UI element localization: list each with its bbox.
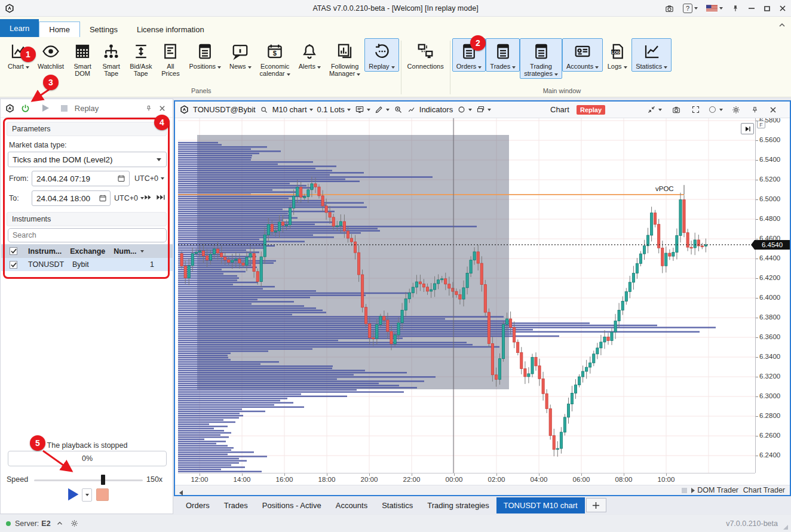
- skip-forward-icon[interactable]: [144, 193, 153, 201]
- ribbon-button-news[interactable]: News: [225, 38, 256, 72]
- workspace-tab-active[interactable]: TONUSDT M10 chart: [496, 497, 585, 513]
- playback-play-button[interactable]: [66, 487, 79, 502]
- scrollbar-thumb[interactable]: [682, 488, 687, 493]
- tab-settings[interactable]: Settings: [80, 21, 127, 37]
- to-timezone-select[interactable]: UTC+0: [114, 194, 144, 202]
- speed-slider-track[interactable]: [34, 479, 143, 481]
- ribbon-button-all-prices[interactable]: AllPrices: [156, 38, 185, 79]
- layout-button[interactable]: [476, 105, 491, 114]
- chart-plot-area[interactable]: vPOC: [178, 118, 755, 473]
- calendar-icon[interactable]: [117, 174, 125, 183]
- minimize-button[interactable]: [748, 5, 755, 12]
- chevron-down-icon: [694, 7, 698, 10]
- workspace-tab-trading-strategies[interactable]: Trading strategies: [420, 497, 496, 513]
- indicators-button[interactable]: Indicators: [407, 105, 453, 114]
- ribbon-button-watchlist[interactable]: Watchlist: [33, 38, 68, 72]
- row-checkbox[interactable]: [10, 261, 17, 269]
- ribbon-button-positions[interactable]: Positions: [185, 38, 225, 72]
- color-scheme-button[interactable]: [708, 105, 723, 114]
- chart-symbol[interactable]: TONUSDT@Bybit: [193, 105, 256, 114]
- col-exchange[interactable]: Exchange: [70, 247, 105, 256]
- instrument-search-input[interactable]: [8, 228, 167, 242]
- col-num[interactable]: Num...: [114, 247, 136, 256]
- playback-play-dropdown[interactable]: [82, 488, 92, 502]
- market-data-type-select[interactable]: Ticks and the DOM (Level2): [8, 152, 167, 167]
- fit-chart-button[interactable]: F: [757, 121, 765, 128]
- ribbon-button-following-manager[interactable]: FollowingManager: [325, 38, 364, 79]
- ribbon-collapse-icon[interactable]: [779, 23, 785, 27]
- skip-to-end-icon[interactable]: [156, 193, 166, 201]
- replay-mode-badge: Replay: [577, 105, 605, 115]
- help-menu[interactable]: ?: [683, 4, 698, 13]
- chart-horizontal-scrollbar[interactable]: DOM Trader Chart Trader: [175, 485, 790, 495]
- ribbon-button-trading-strategies[interactable]: Tradingstrategies: [520, 38, 562, 79]
- workspace-tab-statistics[interactable]: Statistics: [375, 497, 420, 513]
- ribbon-button-replay[interactable]: Replay: [364, 38, 398, 72]
- time-axis[interactable]: 12:0014:0016:0018:0020:0022:0000:0002:00…: [178, 473, 755, 485]
- scroll-right-icon[interactable]: [691, 488, 695, 493]
- tab-home[interactable]: Home: [39, 21, 80, 37]
- playback-stop-button[interactable]: [96, 488, 109, 501]
- timeframe-select[interactable]: M10 chart: [272, 105, 313, 114]
- dom-trader-link[interactable]: DOM Trader: [697, 486, 738, 494]
- pin-chart-icon[interactable]: [751, 106, 759, 114]
- price-axis[interactable]: 6.58006.56006.54006.52006.50006.48006.46…: [755, 118, 790, 473]
- pin-window-icon[interactable]: [731, 4, 740, 13]
- chart-screenshot-button[interactable]: [672, 106, 681, 114]
- tab-license-information[interactable]: License information: [127, 21, 214, 37]
- from-timezone-select[interactable]: UTC+0: [134, 174, 164, 183]
- replay-stop-button[interactable]: [60, 104, 68, 112]
- ribbon-button-accounts[interactable]: Accounts: [562, 38, 603, 72]
- search-icon[interactable]: [260, 106, 268, 114]
- close-chart-icon[interactable]: [769, 106, 777, 113]
- chart-trader-link[interactable]: Chart Trader: [743, 486, 785, 494]
- shrink-window-button[interactable]: [647, 105, 662, 114]
- workspace-tab-orders[interactable]: Orders: [179, 497, 217, 513]
- workspace-tab-accounts[interactable]: Accounts: [329, 497, 375, 513]
- replay-power-button[interactable]: [20, 103, 30, 113]
- dom-levels-button[interactable]: [355, 105, 370, 114]
- server-collapse-icon[interactable]: [57, 521, 63, 525]
- maximize-button[interactable]: [764, 5, 771, 12]
- ribbon-button-bid-ask-tape[interactable]: Bid/AskTape: [125, 38, 156, 79]
- price-chart[interactable]: vPOC: [178, 118, 755, 473]
- positions-icon: [195, 41, 215, 61]
- ribbon-button-connections[interactable]: Connections: [403, 38, 448, 72]
- fullscreen-button[interactable]: [691, 105, 700, 114]
- calendar-icon[interactable]: [99, 194, 107, 202]
- select-all-checkbox[interactable]: [10, 247, 17, 255]
- close-panel-icon[interactable]: [159, 105, 165, 112]
- ribbon-button-statistics[interactable]: Statistics: [631, 38, 672, 72]
- close-button[interactable]: [779, 5, 786, 12]
- speed-slider-handle[interactable]: [101, 475, 105, 485]
- resize-grip[interactable]: [783, 524, 789, 530]
- drawing-tools-button[interactable]: [375, 105, 390, 114]
- col-instrument[interactable]: Instrum...: [28, 247, 62, 256]
- workspace-tab-trades[interactable]: Trades: [217, 497, 255, 513]
- crosshair-button[interactable]: [457, 105, 472, 114]
- add-tab-button[interactable]: [586, 498, 606, 512]
- instruments-table-header[interactable]: Instrum... Exchange Num...: [1, 244, 173, 258]
- zoom-in-button[interactable]: [394, 105, 403, 114]
- language-selector[interactable]: [706, 5, 723, 12]
- replay-play-button[interactable]: [41, 104, 50, 112]
- server-value[interactable]: E2: [41, 519, 50, 528]
- ribbon-button-trades[interactable]: Trades: [486, 38, 520, 72]
- ribbon-button-label: Tradingstrategies: [524, 63, 558, 77]
- settings-gear-icon[interactable]: [70, 519, 79, 528]
- go-to-realtime-button[interactable]: [741, 123, 754, 134]
- pin-panel-icon[interactable]: [145, 104, 152, 112]
- ribbon-button-smart-tape[interactable]: SmartTape: [97, 38, 125, 79]
- chart-settings-icon[interactable]: [731, 105, 741, 115]
- ribbon-button-logs[interactable]: LOGLogs: [603, 38, 631, 72]
- from-date-field[interactable]: 24.04.24 07:19: [32, 171, 130, 186]
- lots-select[interactable]: 0.1 Lots: [317, 105, 351, 114]
- to-date-field[interactable]: 24.04.24 18:00: [32, 190, 111, 206]
- workspace-tab-positions-active[interactable]: Positions - Active: [255, 497, 329, 513]
- screenshot-icon[interactable]: [664, 4, 675, 13]
- ribbon-button-alerts[interactable]: Alerts: [295, 38, 325, 72]
- tab-learn[interactable]: Learn: [0, 19, 39, 37]
- ribbon-button-economic-calendar[interactable]: $Economiccalendar: [256, 38, 295, 79]
- ribbon-button-smart-dom[interactable]: SmartDOM: [68, 38, 97, 79]
- instrument-row[interactable]: TONUSDT Bybit 1: [1, 258, 173, 271]
